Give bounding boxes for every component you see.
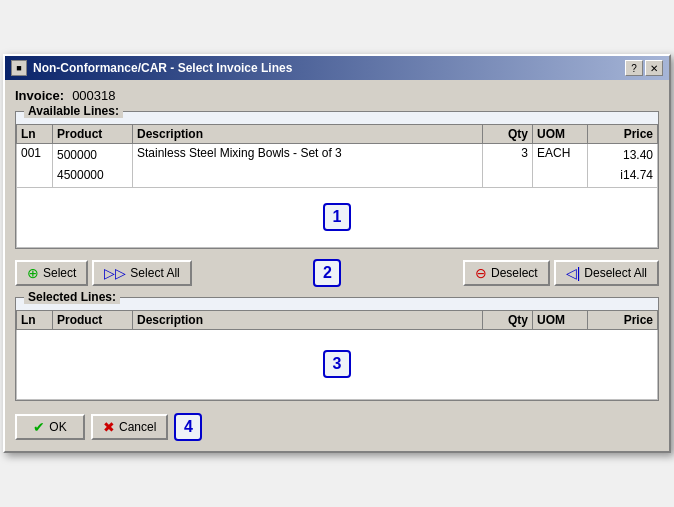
footer-row: ✔ OK ✖ Cancel 4 [15,409,659,441]
deselect-button[interactable]: ⊖ Deselect [463,260,550,286]
select-all-icon: ▷▷ [104,265,126,281]
sel-col-ln: Ln [17,310,53,329]
left-btn-group: ⊕ Select ▷▷ Select All [15,260,192,286]
selected-lines-legend: Selected Lines: [24,290,120,304]
badge-1: 1 [323,203,351,231]
cell-price: 13.40 i14.74 [588,144,658,187]
selected-lines-thead: Ln Product Description Qty UOM Price [17,310,658,329]
available-lines-table: Ln Product Description Qty UOM Price 001 [16,124,658,247]
available-lines-legend: Available Lines: [24,104,123,118]
selected-lines-header-row: Ln Product Description Qty UOM Price [17,310,658,329]
dialog: ■ Non-Conformance/CAR - Select Invoice L… [3,54,671,452]
dialog-title: Non-Conformance/CAR - Select Invoice Lin… [33,61,292,75]
sel-col-uom: UOM [533,310,588,329]
col-description: Description [133,125,483,144]
col-ln: Ln [17,125,53,144]
available-lines-group: Available Lines: Ln Product Description … [15,111,659,248]
price-line2: i14.74 [592,166,653,185]
select-button[interactable]: ⊕ Select [15,260,88,286]
sel-col-product: Product [53,310,133,329]
selected-lines-table: Ln Product Description Qty UOM Price [16,310,658,400]
sel-col-qty: Qty [483,310,533,329]
cell-ln: 001 [17,144,53,187]
title-bar-controls: ? ✕ [625,60,663,76]
app-icon: ■ [11,60,27,76]
cancel-label: Cancel [119,420,156,434]
invoice-row: Invoice: 000318 [15,88,659,103]
select-all-label: Select All [130,266,179,280]
select-label: Select [43,266,76,280]
deselect-all-button[interactable]: ◁| Deselect All [554,260,659,286]
cancel-icon: ✖ [103,419,115,435]
invoice-value: 000318 [72,88,115,103]
badge-2: 2 [313,259,341,287]
product-line2: 4500000 [57,166,128,185]
selected-lines-tbody: 3 [17,329,658,399]
cell-product: 500000 4500000 [53,144,133,187]
available-lines-thead: Ln Product Description Qty UOM Price [17,125,658,144]
invoice-label: Invoice: [15,88,64,103]
title-bar-left: ■ Non-Conformance/CAR - Select Invoice L… [11,60,292,76]
product-line1: 500000 [57,146,128,165]
cell-uom: EACH [533,144,588,187]
badge-4: 4 [174,413,202,441]
ok-label: OK [49,420,66,434]
deselect-icon: ⊖ [475,265,487,281]
col-qty: Qty [483,125,533,144]
cell-qty: 3 [483,144,533,187]
available-lines-tbody: 001 500000 4500000 Stainless Steel Mixin… [17,144,658,247]
price-line1: 13.40 [592,146,653,165]
sel-col-price: Price [588,310,658,329]
deselect-all-icon: ◁| [566,265,581,281]
right-btn-group: ⊖ Deselect ◁| Deselect All [463,260,659,286]
dialog-body: Invoice: 000318 Available Lines: Ln Prod… [5,80,669,450]
title-bar: ■ Non-Conformance/CAR - Select Invoice L… [5,56,669,80]
selected-lines-group: Selected Lines: Ln Product Description Q… [15,297,659,401]
cancel-button[interactable]: ✖ Cancel [91,414,168,440]
selected-lines-table-container: Ln Product Description Qty UOM Price [16,310,658,400]
col-price: Price [588,125,658,144]
deselect-label: Deselect [491,266,538,280]
close-button[interactable]: ✕ [645,60,663,76]
cell-description: Stainless Steel Mixing Bowls - Set of 3 [133,144,483,187]
empty-row: 1 [17,187,658,247]
available-lines-header-row: Ln Product Description Qty UOM Price [17,125,658,144]
help-button[interactable]: ? [625,60,643,76]
ok-icon: ✔ [33,419,45,435]
col-product: Product [53,125,133,144]
select-all-button[interactable]: ▷▷ Select All [92,260,191,286]
col-uom: UOM [533,125,588,144]
sel-col-description: Description [133,310,483,329]
ok-button[interactable]: ✔ OK [15,414,85,440]
deselect-all-label: Deselect All [584,266,647,280]
table-row[interactable]: 001 500000 4500000 Stainless Steel Mixin… [17,144,658,187]
action-buttons-row: ⊕ Select ▷▷ Select All 2 ⊖ Deselect ◁| D… [15,257,659,289]
available-lines-table-container: Ln Product Description Qty UOM Price 001 [16,124,658,247]
select-icon: ⊕ [27,265,39,281]
badge-3: 3 [323,350,351,378]
selected-empty-row: 3 [17,329,658,399]
